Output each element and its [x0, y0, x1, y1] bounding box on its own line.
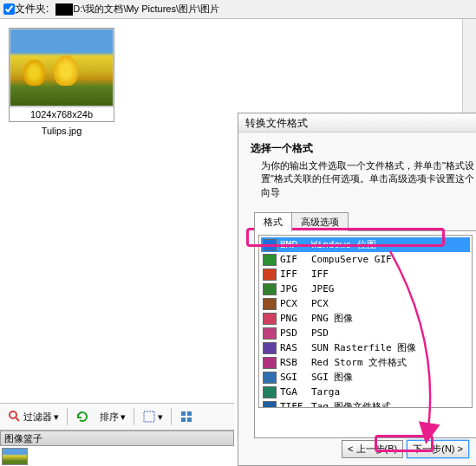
format-desc: Windows 位图 [311, 238, 376, 251]
folder-bar: 文件夹: D:\我的文档\My Pictures\图片\图片 [0, 0, 476, 19]
folder-checkbox[interactable] [3, 3, 15, 15]
format-ext: TIFF [280, 401, 311, 408]
svg-line-1 [16, 417, 19, 421]
filter-button[interactable]: 过滤器 ▾ [3, 407, 63, 426]
dialog-body: 选择一个格式 为你的输出文件选取一个文件格式，并单击"格式设置"格式关联的任何选… [238, 133, 476, 438]
dialog-description: 为你的输出文件选取一个文件格式，并单击"格式设置"格式关联的任何选项。单击高级选… [251, 159, 476, 199]
format-icon [263, 386, 277, 398]
chevron-down-icon: ▾ [54, 411, 59, 423]
format-desc: CompuServe GIF [311, 254, 392, 265]
toolbar-separator [171, 408, 172, 425]
tab-advanced[interactable]: 高级选项 [291, 212, 349, 231]
format-desc: SUN Rasterfile 图像 [311, 341, 416, 354]
view-button[interactable] [175, 407, 198, 426]
format-desc: PSD [311, 327, 329, 339]
thumbnail-item[interactable]: 1024x768x24b [9, 28, 114, 122]
format-desc: IFF [311, 269, 329, 280]
svg-rect-2 [144, 411, 154, 422]
format-row-iff[interactable]: IFFIFF [261, 267, 470, 282]
format-ext: PCX [280, 298, 311, 309]
format-row-tga[interactable]: TGATarga [261, 385, 470, 399]
basket-header[interactable]: 图像篮子 [0, 430, 234, 446]
format-desc: Targa [311, 386, 340, 398]
format-ext: GIF [280, 254, 311, 265]
format-icon [263, 313, 277, 325]
tabs-container: 格式 高级选项 BMPWindows 位图GIFCompuServe GIFIF… [254, 230, 476, 438]
thumbnail-filename: Tulips.jpg [9, 122, 114, 139]
format-icon [263, 239, 277, 251]
format-row-png[interactable]: PNGPNG 图像 [261, 311, 470, 326]
bottom-toolbar: 过滤器 ▾ 排序 ▾ ▾ [0, 403, 234, 430]
thumbnail-pane: 1024x768x24b Tulips.jpg [0, 19, 234, 400]
format-icon [263, 283, 277, 295]
filter-icon [8, 410, 22, 424]
format-icon [263, 342, 277, 354]
format-desc: Red Storm 文件格式 [311, 356, 407, 369]
format-row-rsb[interactable]: RSBRed Storm 文件格式 [261, 355, 470, 370]
format-ext: JPG [280, 283, 311, 294]
toolbar-separator [67, 408, 68, 425]
chevron-down-icon: ▾ [121, 411, 126, 423]
format-row-ras[interactable]: RASSUN Rasterfile 图像 [261, 340, 470, 355]
format-ext: PNG [280, 313, 311, 324]
dialog-button-bar: < 上一步(B) 下一步(N) > [342, 440, 469, 458]
tab-bar: 格式 高级选项 [254, 212, 348, 231]
format-desc: PCX [311, 298, 329, 309]
format-desc: Tag 图像文件格式 [311, 400, 392, 408]
svg-rect-5 [181, 417, 186, 422]
format-row-psd[interactable]: PSDPSD [261, 326, 470, 340]
drive-icon [55, 3, 73, 16]
select-icon [142, 410, 156, 424]
format-ext: PSD [280, 327, 311, 339]
format-ext: IFF [280, 269, 311, 280]
format-ext: TGA [280, 386, 311, 398]
svg-rect-4 [187, 411, 192, 416]
format-row-pcx[interactable]: PCXPCX [261, 296, 470, 311]
format-ext: SGI [280, 372, 311, 383]
basket-thumbnail[interactable] [2, 448, 28, 465]
format-ext: BMP [280, 239, 311, 250]
refresh-button[interactable] [71, 407, 94, 426]
grid-icon [179, 410, 193, 424]
select-button[interactable]: ▾ [138, 407, 167, 426]
dialog-title: 转换文件格式 [238, 113, 476, 133]
dialog-heading: 选择一个格式 [251, 141, 476, 156]
svg-point-0 [10, 411, 16, 418]
format-list[interactable]: BMPWindows 位图GIFCompuServe GIFIFFIFFJPGJ… [258, 235, 473, 408]
filter-label: 过滤器 [23, 411, 52, 424]
format-icon [263, 372, 277, 384]
svg-rect-6 [187, 417, 192, 422]
basket-body [0, 446, 234, 466]
format-row-jpg[interactable]: JPGJPEG [261, 282, 470, 296]
format-row-tiff[interactable]: TIFFTag 图像文件格式 [261, 399, 470, 408]
prev-button[interactable]: < 上一步(B) [342, 440, 403, 458]
format-icon [263, 401, 277, 409]
folder-label: 文件夹: [15, 2, 49, 16]
tab-format[interactable]: 格式 [254, 212, 292, 231]
chevron-down-icon: ▾ [158, 411, 163, 423]
svg-rect-3 [181, 411, 186, 416]
format-row-gif[interactable]: GIFCompuServe GIF [261, 252, 470, 267]
format-icon [263, 269, 277, 281]
format-icon [263, 357, 277, 369]
format-row-sgi[interactable]: SGISGI 图像 [261, 370, 470, 385]
next-button[interactable]: 下一步(N) > [407, 440, 469, 458]
sort-button[interactable]: 排序 ▾ [95, 408, 130, 426]
format-desc: SGI 图像 [311, 371, 354, 384]
thumbnail-dimensions: 1024x768x24b [10, 107, 114, 121]
format-row-bmp[interactable]: BMPWindows 位图 [261, 237, 470, 252]
folder-path: D:\我的文档\My Pictures\图片\图片 [73, 3, 219, 16]
format-icon [263, 298, 277, 310]
refresh-icon [75, 410, 89, 424]
sort-label: 排序 [100, 411, 119, 424]
format-ext: RAS [280, 342, 311, 353]
convert-format-dialog: 转换文件格式 选择一个格式 为你的输出文件选取一个文件格式，并单击"格式设置"格… [238, 113, 476, 466]
format-desc: PNG 图像 [311, 312, 354, 325]
format-icon [263, 254, 277, 266]
format-desc: JPEG [311, 283, 335, 294]
format-ext: RSB [280, 357, 311, 368]
thumbnail-image [10, 29, 114, 107]
format-icon [263, 327, 277, 340]
toolbar-separator [134, 408, 134, 425]
